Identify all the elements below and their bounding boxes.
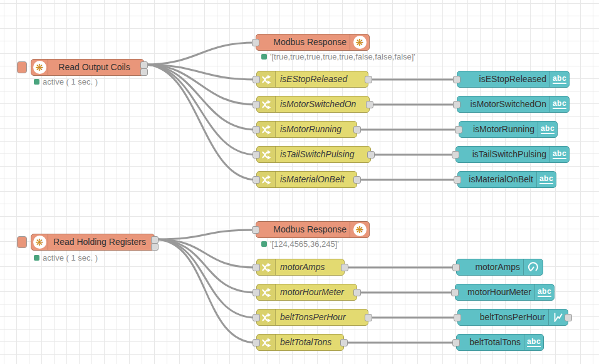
node-label: motorAmps bbox=[280, 259, 325, 275]
node-label: isMaterialOnBelt bbox=[280, 172, 345, 187]
input-port[interactable] bbox=[253, 339, 260, 346]
shuffle-icon bbox=[261, 263, 271, 273]
output-port[interactable] bbox=[353, 289, 361, 296]
node-label: beltTonsPerHour bbox=[480, 309, 545, 325]
input-port[interactable] bbox=[453, 76, 461, 83]
switch-node[interactable]: motorAmps bbox=[256, 259, 345, 276]
output-port[interactable] bbox=[365, 314, 372, 321]
output-port[interactable] bbox=[341, 264, 348, 271]
switch-node[interactable]: motorHourMeter bbox=[256, 284, 357, 301]
text-widget-node[interactable]: beltTotalTons abc bbox=[456, 334, 544, 351]
node-status: active ( 1 sec. ) bbox=[34, 253, 98, 263]
abc-icon: abc bbox=[538, 288, 551, 297]
modbus-read-holding-registers-node[interactable]: ❋ Read Holding Registers bbox=[31, 234, 155, 251]
modbus-read-output-coils-node[interactable]: ❋ Read Output Coils bbox=[31, 59, 144, 76]
input-port[interactable] bbox=[454, 176, 461, 184]
node-label: isTailSwitchPulsing bbox=[280, 147, 355, 162]
gauge-widget-node[interactable]: motorAmps bbox=[456, 259, 543, 276]
status-dot-icon bbox=[34, 79, 39, 85]
text-widget-node[interactable]: isMaterialOnBelt abc bbox=[457, 171, 556, 188]
node-label: isMotorSwitchedOn bbox=[471, 96, 546, 112]
shuffle-icon bbox=[261, 150, 271, 160]
output-port[interactable] bbox=[353, 176, 361, 184]
wire[interactable] bbox=[155, 239, 256, 318]
shuffle-icon bbox=[261, 313, 271, 323]
node-label: isMotorSwitchedOn bbox=[280, 96, 356, 112]
input-port[interactable] bbox=[253, 76, 260, 83]
abc-icon: abc bbox=[539, 175, 553, 184]
input-port[interactable] bbox=[253, 151, 260, 159]
status-dot-icon bbox=[261, 54, 267, 60]
node-label: isMaterialOnBelt bbox=[469, 172, 533, 187]
input-port[interactable] bbox=[252, 39, 259, 46]
input-port[interactable] bbox=[452, 264, 460, 271]
input-port[interactable] bbox=[253, 314, 260, 321]
switch-node[interactable]: beltTonsPerHour bbox=[256, 309, 368, 326]
input-port[interactable] bbox=[253, 126, 260, 133]
output-port[interactable] bbox=[353, 126, 361, 133]
abc-icon: abc bbox=[553, 150, 566, 159]
input-port[interactable] bbox=[454, 314, 461, 321]
output-port[interactable] bbox=[340, 339, 348, 346]
input-port[interactable] bbox=[253, 101, 260, 108]
flow-canvas[interactable]: ❋ Read Output Coils active ( 1 sec. ) Mo… bbox=[0, 0, 599, 364]
node-label: Read Holding Registers bbox=[48, 234, 152, 250]
wire[interactable] bbox=[144, 65, 256, 130]
abc-icon: abc bbox=[527, 338, 541, 347]
wire[interactable] bbox=[155, 239, 256, 268]
text-widget-node[interactable]: motorHourMeter abc bbox=[455, 284, 555, 301]
wire[interactable] bbox=[155, 230, 256, 239]
node-label: Modbus Response bbox=[273, 222, 346, 237]
switch-node[interactable]: isEStopReleased bbox=[256, 71, 368, 88]
shuffle-icon bbox=[261, 100, 271, 110]
abc-icon: abc bbox=[541, 125, 555, 134]
node-label: isEStopReleased bbox=[280, 71, 347, 87]
switch-node[interactable]: beltTotalTons bbox=[256, 334, 344, 351]
input-port[interactable] bbox=[252, 226, 259, 234]
text-widget-node[interactable]: isMotorRunning abc bbox=[459, 121, 558, 138]
wire[interactable] bbox=[144, 65, 256, 155]
text-widget-node[interactable]: isMotorSwitchedOn abc bbox=[457, 96, 570, 113]
node-label: isTailSwitchPulsing bbox=[472, 147, 546, 162]
input-port[interactable] bbox=[455, 126, 462, 133]
input-port[interactable] bbox=[253, 289, 260, 296]
wire[interactable] bbox=[144, 65, 256, 105]
modbus-response-node[interactable]: Modbus Response ❋ bbox=[256, 221, 370, 238]
inject-button[interactable] bbox=[17, 61, 27, 73]
output-port[interactable] bbox=[366, 101, 373, 108]
node-status: '[124,4565,36,245]' bbox=[261, 239, 339, 249]
input-port[interactable] bbox=[451, 289, 459, 296]
input-port[interactable] bbox=[253, 264, 260, 271]
output-port[interactable] bbox=[365, 76, 372, 83]
shuffle-icon bbox=[261, 338, 271, 348]
switch-node[interactable]: isMotorSwitchedOn bbox=[256, 96, 370, 113]
shuffle-icon bbox=[261, 288, 271, 298]
text-widget-node[interactable]: isEStopReleased abc bbox=[457, 71, 570, 88]
node-label: motorHourMeter bbox=[280, 284, 344, 300]
modbus-icon: ❋ bbox=[353, 36, 367, 49]
gauge-icon bbox=[528, 262, 539, 273]
output-port[interactable] bbox=[140, 68, 148, 76]
output-port[interactable] bbox=[565, 314, 572, 321]
switch-node[interactable]: isMotorRunning bbox=[256, 121, 357, 138]
switch-node[interactable]: isMaterialOnBelt bbox=[256, 171, 357, 188]
output-port[interactable] bbox=[367, 151, 375, 159]
switch-node[interactable]: isTailSwitchPulsing bbox=[256, 146, 371, 163]
input-port[interactable] bbox=[453, 101, 461, 108]
shuffle-icon bbox=[261, 125, 271, 135]
modbus-response-node[interactable]: Modbus Response ❋ bbox=[256, 34, 370, 51]
chart-icon bbox=[553, 312, 564, 323]
wire[interactable] bbox=[144, 65, 256, 180]
output-port[interactable] bbox=[151, 243, 159, 251]
abc-icon: abc bbox=[553, 75, 566, 84]
node-status: active ( 1 sec. ) bbox=[34, 77, 98, 86]
text-widget-node[interactable]: isTailSwitchPulsing abc bbox=[456, 146, 570, 163]
input-port[interactable] bbox=[253, 176, 260, 184]
node-label: isEStopReleased bbox=[479, 71, 546, 87]
inject-button[interactable] bbox=[17, 236, 27, 248]
node-label: Modbus Response bbox=[273, 34, 346, 50]
chart-widget-node[interactable]: beltTonsPerHour bbox=[457, 309, 568, 326]
wire[interactable] bbox=[144, 43, 256, 65]
input-port[interactable] bbox=[452, 151, 459, 159]
input-port[interactable] bbox=[452, 339, 460, 346]
